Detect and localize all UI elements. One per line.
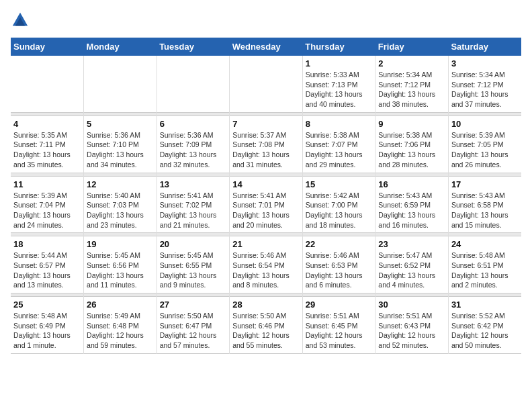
calendar-row: 25Sunrise: 5:48 AM Sunset: 6:49 PM Dayli…: [11, 297, 521, 354]
day-number: 29: [306, 300, 373, 310]
day-number: 9: [378, 119, 445, 129]
calendar-cell: 11Sunrise: 5:39 AM Sunset: 7:04 PM Dayli…: [11, 176, 84, 233]
calendar-cell: [157, 56, 230, 112]
day-info: Sunrise: 5:41 AM Sunset: 7:01 PM Dayligh…: [232, 191, 300, 230]
day-info: Sunrise: 5:41 AM Sunset: 7:02 PM Dayligh…: [160, 191, 227, 230]
calendar-cell: 16Sunrise: 5:43 AM Sunset: 6:59 PM Dayli…: [375, 176, 449, 233]
calendar-cell: 2Sunrise: 5:34 AM Sunset: 7:12 PM Daylig…: [375, 56, 449, 112]
day-info: Sunrise: 5:50 AM Sunset: 6:46 PM Dayligh…: [232, 311, 300, 351]
day-number: 26: [87, 300, 154, 310]
calendar-cell: 9Sunrise: 5:38 AM Sunset: 7:06 PM Daylig…: [375, 116, 449, 173]
calendar-cell: 13Sunrise: 5:41 AM Sunset: 7:02 PM Dayli…: [157, 176, 230, 233]
day-number: 7: [232, 119, 300, 129]
calendar-cell: 17Sunrise: 5:43 AM Sunset: 6:58 PM Dayli…: [448, 176, 521, 233]
day-info: Sunrise: 5:44 AM Sunset: 6:57 PM Dayligh…: [13, 250, 81, 290]
calendar-row: 4Sunrise: 5:35 AM Sunset: 7:11 PM Daylig…: [11, 116, 521, 173]
day-info: Sunrise: 5:38 AM Sunset: 7:07 PM Dayligh…: [306, 130, 373, 170]
day-info: Sunrise: 5:38 AM Sunset: 7:06 PM Dayligh…: [378, 130, 445, 170]
day-info: Sunrise: 5:46 AM Sunset: 6:54 PM Dayligh…: [232, 250, 300, 290]
day-header-thursday: Thursday: [302, 38, 375, 56]
calendar-cell: [84, 56, 157, 112]
day-number: 25: [13, 300, 81, 310]
day-header-monday: Monday: [84, 38, 157, 56]
calendar-cell: 26Sunrise: 5:49 AM Sunset: 6:48 PM Dayli…: [84, 297, 157, 354]
day-number: 30: [378, 300, 445, 310]
calendar-cell: 18Sunrise: 5:44 AM Sunset: 6:57 PM Dayli…: [11, 236, 84, 293]
day-info: Sunrise: 5:39 AM Sunset: 7:04 PM Dayligh…: [13, 191, 81, 230]
day-number: 14: [232, 179, 300, 189]
calendar-cell: 12Sunrise: 5:40 AM Sunset: 7:03 PM Dayli…: [84, 176, 157, 233]
calendar-cell: 31Sunrise: 5:52 AM Sunset: 6:42 PM Dayli…: [448, 297, 521, 354]
day-number: 11: [13, 179, 81, 189]
day-info: Sunrise: 5:40 AM Sunset: 7:03 PM Dayligh…: [87, 191, 154, 230]
calendar-cell: 20Sunrise: 5:45 AM Sunset: 6:55 PM Dayli…: [157, 236, 230, 293]
day-number: 15: [306, 179, 373, 189]
calendar-cell: 4Sunrise: 5:35 AM Sunset: 7:11 PM Daylig…: [11, 116, 84, 173]
day-number: 1: [306, 58, 373, 68]
day-info: Sunrise: 5:35 AM Sunset: 7:11 PM Dayligh…: [13, 130, 81, 170]
day-number: 21: [232, 239, 300, 249]
day-info: Sunrise: 5:52 AM Sunset: 6:42 PM Dayligh…: [451, 311, 519, 351]
day-header-wednesday: Wednesday: [230, 38, 303, 56]
calendar-cell: [230, 56, 303, 112]
day-number: 17: [451, 179, 519, 189]
day-number: 3: [451, 58, 519, 68]
day-info: Sunrise: 5:48 AM Sunset: 6:51 PM Dayligh…: [451, 250, 519, 290]
logo: [11, 11, 32, 30]
day-info: Sunrise: 5:47 AM Sunset: 6:52 PM Dayligh…: [378, 250, 445, 290]
calendar-cell: 1Sunrise: 5:33 AM Sunset: 7:13 PM Daylig…: [302, 56, 375, 112]
calendar-cell: [11, 56, 84, 112]
calendar-row: 18Sunrise: 5:44 AM Sunset: 6:57 PM Dayli…: [11, 236, 521, 293]
calendar-cell: 23Sunrise: 5:47 AM Sunset: 6:52 PM Dayli…: [375, 236, 449, 293]
calendar-cell: 28Sunrise: 5:50 AM Sunset: 6:46 PM Dayli…: [230, 297, 303, 354]
day-number: 13: [160, 179, 227, 189]
day-number: 5: [87, 119, 154, 129]
calendar-cell: 21Sunrise: 5:46 AM Sunset: 6:54 PM Dayli…: [230, 236, 303, 293]
day-info: Sunrise: 5:50 AM Sunset: 6:47 PM Dayligh…: [160, 311, 227, 351]
day-header-saturday: Saturday: [448, 38, 521, 56]
day-info: Sunrise: 5:51 AM Sunset: 6:45 PM Dayligh…: [306, 311, 373, 351]
day-number: 16: [378, 179, 445, 189]
day-info: Sunrise: 5:39 AM Sunset: 7:05 PM Dayligh…: [451, 130, 519, 170]
day-number: 19: [87, 239, 154, 249]
day-info: Sunrise: 5:37 AM Sunset: 7:08 PM Dayligh…: [232, 130, 300, 170]
calendar-cell: 22Sunrise: 5:46 AM Sunset: 6:53 PM Dayli…: [302, 236, 375, 293]
calendar-cell: 5Sunrise: 5:36 AM Sunset: 7:10 PM Daylig…: [84, 116, 157, 173]
day-header-friday: Friday: [375, 38, 449, 56]
calendar-cell: 3Sunrise: 5:34 AM Sunset: 7:12 PM Daylig…: [448, 56, 521, 112]
day-info: Sunrise: 5:36 AM Sunset: 7:09 PM Dayligh…: [160, 130, 227, 170]
day-info: Sunrise: 5:43 AM Sunset: 6:58 PM Dayligh…: [451, 191, 519, 230]
calendar-cell: 14Sunrise: 5:41 AM Sunset: 7:01 PM Dayli…: [230, 176, 303, 233]
calendar-cell: 10Sunrise: 5:39 AM Sunset: 7:05 PM Dayli…: [448, 116, 521, 173]
day-number: 18: [13, 239, 81, 249]
day-info: Sunrise: 5:34 AM Sunset: 7:12 PM Dayligh…: [378, 70, 445, 109]
day-number: 23: [378, 239, 445, 249]
day-info: Sunrise: 5:45 AM Sunset: 6:56 PM Dayligh…: [87, 250, 154, 290]
day-info: Sunrise: 5:34 AM Sunset: 7:12 PM Dayligh…: [451, 70, 519, 109]
day-info: Sunrise: 5:43 AM Sunset: 6:59 PM Dayligh…: [378, 191, 445, 230]
day-info: Sunrise: 5:48 AM Sunset: 6:49 PM Dayligh…: [13, 311, 81, 351]
day-number: 6: [160, 119, 227, 129]
day-number: 8: [306, 119, 373, 129]
day-number: 28: [232, 300, 300, 310]
calendar-cell: 6Sunrise: 5:36 AM Sunset: 7:09 PM Daylig…: [157, 116, 230, 173]
day-info: Sunrise: 5:33 AM Sunset: 7:13 PM Dayligh…: [306, 70, 373, 109]
calendar-cell: 19Sunrise: 5:45 AM Sunset: 6:56 PM Dayli…: [84, 236, 157, 293]
page-header: [11, 11, 521, 30]
calendar-cell: 30Sunrise: 5:51 AM Sunset: 6:43 PM Dayli…: [375, 297, 449, 354]
day-number: 4: [13, 119, 81, 129]
calendar-row: 1Sunrise: 5:33 AM Sunset: 7:13 PM Daylig…: [11, 56, 521, 112]
day-number: 12: [87, 179, 154, 189]
day-header-row: SundayMondayTuesdayWednesdayThursdayFrid…: [11, 38, 521, 56]
day-number: 22: [306, 239, 373, 249]
calendar-cell: 27Sunrise: 5:50 AM Sunset: 6:47 PM Dayli…: [157, 297, 230, 354]
calendar-table: SundayMondayTuesdayWednesdayThursdayFrid…: [11, 38, 521, 354]
day-info: Sunrise: 5:45 AM Sunset: 6:55 PM Dayligh…: [160, 250, 227, 290]
day-info: Sunrise: 5:36 AM Sunset: 7:10 PM Dayligh…: [87, 130, 154, 170]
calendar-cell: 24Sunrise: 5:48 AM Sunset: 6:51 PM Dayli…: [448, 236, 521, 293]
day-info: Sunrise: 5:49 AM Sunset: 6:48 PM Dayligh…: [87, 311, 154, 351]
day-number: 31: [451, 300, 519, 310]
day-number: 2: [378, 58, 445, 68]
calendar-cell: 15Sunrise: 5:42 AM Sunset: 7:00 PM Dayli…: [302, 176, 375, 233]
calendar-cell: 8Sunrise: 5:38 AM Sunset: 7:07 PM Daylig…: [302, 116, 375, 173]
